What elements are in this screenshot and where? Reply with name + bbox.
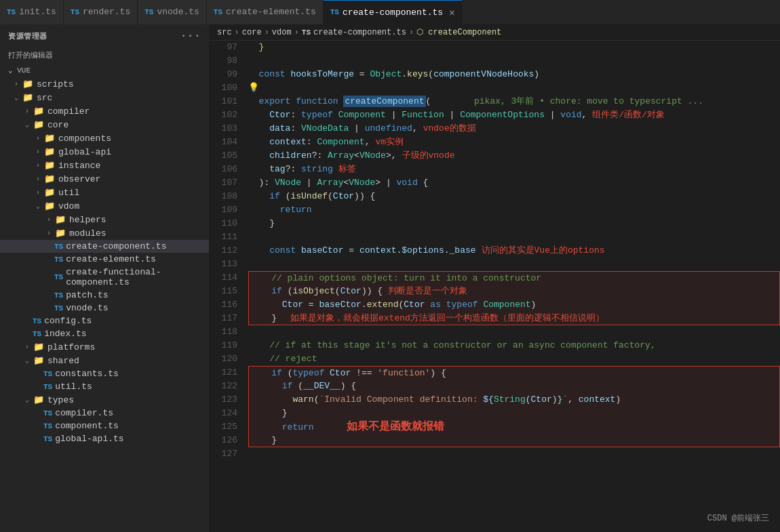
folder-icon: 📁 xyxy=(22,79,34,89)
ts-icon: TS xyxy=(71,8,79,16)
sidebar-item-util-ts[interactable]: TS util.ts xyxy=(0,380,209,393)
chevron-down-icon: ⌄ xyxy=(11,94,22,102)
breadcrumb: src › core › vdom › TS create-component.… xyxy=(209,24,780,41)
sidebar-item-label: core xyxy=(47,120,209,130)
ts-file-icon: TS xyxy=(54,291,63,300)
sidebar-item-scripts[interactable]: › 📁 scripts xyxy=(0,77,209,91)
code-content[interactable]: } const hooksToMerge = Object.keys(compo… xyxy=(243,41,780,532)
sidebar-item-constants[interactable]: TS constants.ts xyxy=(0,367,209,380)
tab-render-label: render.ts xyxy=(83,7,130,17)
code-line-103: data: VNodeData | undefined,vndoe的数据 xyxy=(248,122,780,136)
tab-create-element[interactable]: TS create-element.ts xyxy=(207,0,324,24)
code-line-100: 💡 xyxy=(248,81,780,95)
sidebar-item-label: create-element.ts xyxy=(66,254,209,264)
sidebar-item-instance[interactable]: › 📁 instance xyxy=(0,159,209,172)
code-line-118 xyxy=(248,325,780,339)
sidebar-item-label: vnode.ts xyxy=(66,303,209,313)
ts-file-icon: TS xyxy=(33,330,41,338)
ts-file-icon: TS xyxy=(43,409,52,417)
sidebar-item-label: components xyxy=(58,134,209,144)
sidebar-item-observer[interactable]: › 📁 observer xyxy=(0,172,209,186)
sidebar-item-core[interactable]: ⌄ 📁 core xyxy=(0,118,209,131)
sidebar-item-shared[interactable]: ⌄ 📁 shared xyxy=(0,354,209,367)
sidebar-item-label: modules xyxy=(69,228,209,239)
sidebar-item-global-api[interactable]: › 📁 global-api xyxy=(0,145,209,159)
chevron-right-icon: › xyxy=(33,148,43,156)
tab-render[interactable]: TS render.ts xyxy=(64,0,138,24)
sidebar-item-platforms[interactable]: › 📁 platforms xyxy=(0,340,209,354)
folder-icon: 📁 xyxy=(22,92,34,103)
sidebar-item-label: instance xyxy=(58,161,209,171)
breadcrumb-ts-icon: TS xyxy=(302,28,311,37)
sidebar-item-label: config.ts xyxy=(44,316,209,326)
breadcrumb-function: ⬡ createComponent xyxy=(416,27,501,37)
code-line-122: if (__DEV__) { xyxy=(248,380,780,393)
sidebar-item-label: types xyxy=(47,395,209,405)
sidebar-item-index[interactable]: TS index.ts xyxy=(0,327,209,340)
code-line-109: return xyxy=(248,203,780,217)
chevron-down-icon: ⌄ xyxy=(22,396,33,404)
sidebar-item-label: global-api xyxy=(58,147,209,157)
folder-icon: 📁 xyxy=(43,187,56,198)
sidebar-item-label: component.ts xyxy=(55,421,209,431)
sidebar-item-util[interactable]: › 📁 util xyxy=(0,186,209,199)
sidebar-item-config[interactable]: TS config.ts xyxy=(0,314,209,327)
watermark: CSDN @前端张三 xyxy=(707,512,769,524)
sidebar-item-components[interactable]: › 📁 components xyxy=(0,131,209,145)
sidebar-item-component-ts[interactable]: TS component.ts xyxy=(0,420,209,432)
ts-file-icon: TS xyxy=(54,243,63,251)
sidebar-item-label: shared xyxy=(47,356,209,366)
vue-section[interactable]: ⌄ VUE xyxy=(0,63,209,77)
sidebar-item-create-component[interactable]: TS create-component.ts xyxy=(0,240,209,253)
code-line-119: // if at this stage it's not a construct… xyxy=(248,339,780,352)
tab-vnode[interactable]: TS vnode.ts xyxy=(138,0,207,24)
sidebar-item-compiler[interactable]: › 📁 compiler xyxy=(0,104,209,118)
ts-icon: TS xyxy=(214,8,222,16)
code-line-127 xyxy=(248,447,780,461)
code-line-102: Ctor: typeof Component | Function | Comp… xyxy=(248,108,780,122)
sidebar-item-create-functional[interactable]: TS create-functional-component.ts xyxy=(0,266,209,289)
sidebar-item-helpers[interactable]: › 📁 helpers xyxy=(0,213,209,226)
ts-file-icon: TS xyxy=(43,435,52,443)
folder-icon: 📁 xyxy=(43,201,56,211)
code-line-117: }如果是对象，就会根据extend方法返回一个构造函数（里面的逻辑不相信说明） xyxy=(248,312,780,325)
line-numbers: 97 98 99 100 101 102 103 104 105 106 107… xyxy=(209,41,243,532)
sidebar-item-modules[interactable]: › 📁 modules xyxy=(0,226,209,240)
folder-icon: 📁 xyxy=(43,133,56,144)
sidebar-item-vnode-file[interactable]: TS vnode.ts xyxy=(0,302,209,314)
code-line-123: warn(`Invalid Component definition: ${St… xyxy=(248,393,780,407)
sidebar-item-create-element[interactable]: TS create-element.ts xyxy=(0,253,209,266)
sidebar-item-patch[interactable]: TS patch.ts xyxy=(0,289,209,302)
sidebar-title: 资源管理器 xyxy=(8,31,47,41)
chevron-down-icon: ⌄ xyxy=(33,202,43,210)
code-line-115: if (isObject(Ctor)) {判断是否是一个对象 xyxy=(248,285,780,298)
sidebar-item-vdom[interactable]: ⌄ 📁 vdom xyxy=(0,199,209,213)
code-line-112: const baseCtor = context.$options._base访… xyxy=(248,244,780,258)
ts-icon: TS xyxy=(7,8,16,16)
tab-init[interactable]: TS init.ts xyxy=(0,0,64,24)
sidebar-item-global-api-ts[interactable]: TS global-api.ts xyxy=(0,432,209,445)
folder-icon: 📁 xyxy=(43,173,56,184)
folder-icon: 📁 xyxy=(33,119,45,130)
code-line-106: tag?: string标签 xyxy=(248,163,780,176)
folder-icon: 📁 xyxy=(54,214,66,225)
open-editors-section[interactable]: 打开的编辑器 xyxy=(0,47,209,63)
code-line-97: } xyxy=(248,41,780,54)
close-tab-button[interactable]: ✕ xyxy=(449,7,454,18)
tab-create-component[interactable]: TS create-component.ts ✕ xyxy=(324,0,463,24)
sidebar-menu-button[interactable]: ··· xyxy=(180,30,201,42)
sidebar-item-label: constants.ts xyxy=(55,369,209,379)
tab-bar: TS init.ts TS render.ts TS vnode.ts TS c… xyxy=(0,0,780,24)
folder-icon: 📁 xyxy=(54,228,66,239)
tab-vnode-label: vnode.ts xyxy=(157,7,199,17)
sidebar-item-src[interactable]: ⌄ 📁 src xyxy=(0,91,209,104)
sidebar-item-label: observer xyxy=(58,174,209,184)
sidebar-item-types[interactable]: ⌄ 📁 types xyxy=(0,393,209,407)
code-line-125: return如果不是函数就报错 xyxy=(248,420,780,434)
code-line-120: // reject xyxy=(248,352,780,366)
ts-file-icon: TS xyxy=(43,422,52,430)
code-line-116: Ctor = baseCtor.extend(Ctor as typeof Co… xyxy=(248,298,780,312)
sidebar-item-label: util.ts xyxy=(55,382,209,392)
sidebar-item-compiler-ts[interactable]: TS compiler.ts xyxy=(0,407,209,420)
sidebar-item-label: vdom xyxy=(58,201,209,211)
